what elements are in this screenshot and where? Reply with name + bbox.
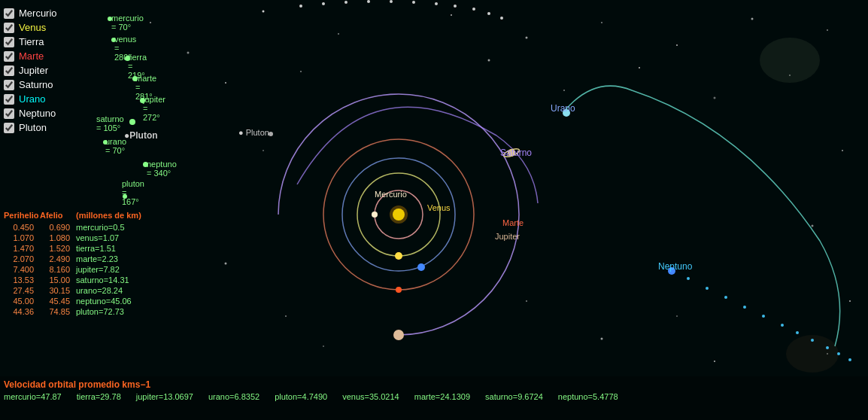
cell-label: saturno=14.31 — [76, 275, 166, 285]
cell-label: neptuno=45.06 — [76, 297, 166, 306]
cell-perihelio: 27.45 — [4, 286, 34, 295]
vel-neptuno: neptuno=5.4778 — [558, 392, 618, 401]
dot-marte — [132, 76, 138, 81]
svg-point-60 — [372, 212, 378, 218]
svg-point-42 — [762, 315, 765, 318]
cell-afelio: 8.160 — [40, 265, 70, 274]
svg-point-32 — [390, 205, 408, 224]
velocity-section: Velocidad orbital promedio kms−1 mercuri… — [0, 376, 868, 420]
svg-point-53 — [390, 0, 393, 3]
planet-checkbox-list: Mercurio Venus Tierra Marte Jupiter Satu… — [4, 8, 105, 136]
checkbox-venus-label: Venus — [19, 22, 46, 33]
pluton-label-canvas: ●Pluton — [124, 130, 158, 141]
checkbox-neptuno-input[interactable] — [4, 108, 14, 119]
checkbox-jupiter-input[interactable] — [4, 65, 14, 76]
cell-label: tierra=1.51 — [76, 244, 166, 253]
svg-point-44 — [796, 331, 799, 334]
checkbox-pluton-label: Pluton — [19, 122, 47, 133]
svg-text:Neptuno: Neptuno — [658, 261, 693, 272]
svg-point-62 — [417, 263, 425, 271]
cell-perihelio: 13.53 — [4, 275, 34, 285]
checkbox-pluton[interactable]: Pluton — [4, 122, 105, 133]
checkbox-neptuno[interactable]: Neptuno — [4, 108, 105, 119]
table-row: 45.00 45.45 neptuno=45.06 — [4, 297, 166, 306]
svg-point-57 — [472, 8, 475, 11]
checkbox-urano-input[interactable] — [4, 94, 14, 105]
table-row: 27.45 30.15 urano=28.24 — [4, 286, 166, 295]
checkbox-saturno-input[interactable] — [4, 80, 14, 90]
checkbox-marte-input[interactable] — [4, 51, 14, 62]
checkbox-urano-label: Urano — [19, 93, 45, 105]
header-afelio: Afelio — [40, 211, 70, 220]
dot-urano — [103, 140, 108, 145]
svg-text:Saturno: Saturno — [500, 148, 532, 158]
cell-label: pluton=72.73 — [76, 307, 166, 316]
vel-mercurio: mercurio=47.87 — [4, 392, 62, 401]
cell-afelio: 1.080 — [40, 233, 70, 242]
svg-point-58 — [487, 12, 490, 15]
cell-afelio: 74.85 — [40, 307, 70, 316]
table-row: 13.53 15.00 saturno=14.31 — [4, 275, 166, 285]
table-row: 1.470 1.520 tierra=1.51 — [4, 244, 166, 253]
checkbox-pluton-input[interactable] — [4, 123, 14, 133]
svg-point-47 — [837, 352, 840, 355]
cell-label: urano=28.24 — [76, 286, 166, 295]
vel-pluton: pluton=4.7490 — [275, 392, 327, 401]
dot-jupiter — [140, 98, 145, 103]
cell-afelio: 0.690 — [40, 223, 70, 232]
header-perihelio: Perihelio — [4, 211, 34, 220]
checkbox-mercurio-label: Mercurio — [19, 8, 57, 19]
table-row: 1.070 1.080 venus=1.07 — [4, 233, 166, 242]
checkbox-saturno[interactable]: Saturno — [4, 79, 105, 90]
velocity-values-row: mercurio=47.87 tierra=29.78 jupiter=13.0… — [4, 392, 864, 401]
checkbox-mercurio[interactable]: Mercurio — [4, 8, 105, 19]
svg-text:● Pluton: ● Pluton — [238, 128, 269, 137]
orbit-table-header: Perihelio Afelio (millones de km) — [4, 211, 166, 220]
cell-perihelio: 7.400 — [4, 265, 34, 274]
dot-venus — [111, 38, 116, 42]
dot-neptuno — [143, 162, 148, 167]
dot-saturno — [129, 119, 135, 125]
checkbox-venus-input[interactable] — [4, 23, 14, 33]
table-row: 7.400 8.160 jupiter=7.82 — [4, 265, 166, 274]
velocity-title: Velocidad orbital promedio kms−1 — [4, 379, 864, 390]
checkbox-marte-label: Marte — [19, 50, 44, 62]
checkbox-venus[interactable]: Venus — [4, 22, 105, 33]
svg-point-39 — [706, 287, 709, 290]
checkbox-tierra[interactable]: Tierra — [4, 36, 105, 47]
checkbox-jupiter-label: Jupiter — [19, 65, 48, 76]
checkbox-mercurio-input[interactable] — [4, 8, 14, 19]
cell-perihelio: 45.00 — [4, 297, 34, 306]
checkbox-jupiter[interactable]: Jupiter — [4, 65, 105, 76]
cell-perihelio: 1.470 — [4, 244, 34, 253]
vel-urano: urano=6.8352 — [208, 392, 259, 401]
svg-text:Mercurio: Mercurio — [375, 190, 407, 199]
table-row: 0.450 0.690 mercurio=0.5 — [4, 223, 166, 232]
cell-label: mercurio=0.5 — [76, 223, 166, 232]
cell-afelio: 15.00 — [40, 275, 70, 285]
svg-point-76 — [269, 132, 273, 136]
svg-point-61 — [395, 252, 402, 260]
svg-point-56 — [454, 5, 457, 8]
svg-point-54 — [412, 1, 415, 4]
checkbox-urano[interactable]: Urano — [4, 93, 105, 105]
checkbox-tierra-input[interactable] — [4, 37, 14, 47]
checkbox-marte[interactable]: Marte — [4, 50, 105, 62]
svg-point-50 — [322, 2, 325, 5]
svg-point-59 — [500, 17, 503, 20]
vel-tierra: tierra=29.78 — [77, 392, 121, 401]
svg-point-63 — [396, 287, 402, 293]
cell-afelio: 30.15 — [40, 286, 70, 295]
svg-point-48 — [848, 358, 851, 361]
dot-pluton — [123, 194, 127, 199]
dot-tierra — [125, 56, 130, 61]
svg-point-55 — [435, 2, 438, 5]
svg-point-52 — [367, 0, 370, 3]
orbit-data-table: Perihelio Afelio (millones de km) 0.450 … — [4, 211, 166, 318]
dot-mercurio — [108, 17, 112, 21]
table-row: 44.36 74.85 pluton=72.73 — [4, 307, 166, 316]
svg-point-43 — [781, 324, 784, 327]
cell-perihelio: 1.070 — [4, 233, 34, 242]
table-row: 2.070 2.490 marte=2.23 — [4, 254, 166, 263]
svg-text:Urano: Urano — [551, 103, 575, 114]
